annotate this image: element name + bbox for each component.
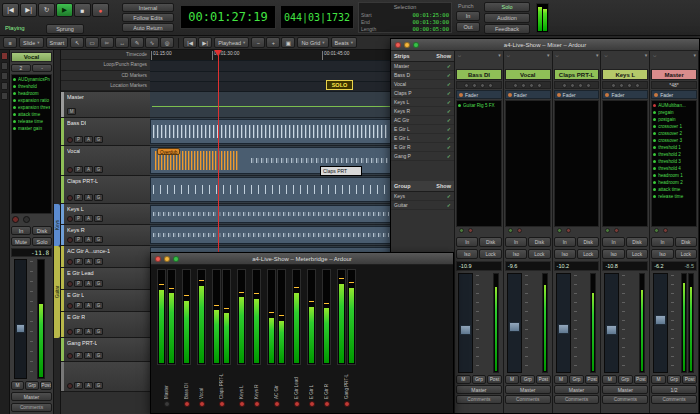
io-circle-icon[interactable] bbox=[586, 83, 591, 88]
record-arm-button[interactable] bbox=[67, 137, 73, 143]
track-p-button[interactable]: P bbox=[74, 166, 83, 173]
punch-out-button[interactable]: Out bbox=[456, 22, 480, 32]
group-list-item[interactable]: Guitar✓ bbox=[391, 201, 454, 210]
left-rail-button[interactable] bbox=[1, 82, 8, 90]
monitor-disk-button[interactable]: Disk bbox=[675, 237, 697, 247]
strip-name-button[interactable]: Bass DI bbox=[456, 69, 502, 80]
track-lane-bass-di[interactable] bbox=[150, 118, 392, 146]
stop-button[interactable]: ■ bbox=[74, 3, 91, 17]
processor-box[interactable] bbox=[602, 100, 648, 227]
strip-width-icon[interactable]: ⇔ bbox=[555, 52, 560, 59]
solo-button[interactable]: Solo bbox=[484, 2, 530, 12]
track-g-button[interactable]: G bbox=[94, 302, 103, 309]
range-tool-icon[interactable]: ▭ bbox=[85, 37, 99, 48]
punch-in-button[interactable]: In bbox=[456, 11, 480, 21]
processor-box[interactable]: Guitar Rig 5 FX bbox=[456, 100, 502, 227]
strip-name-button[interactable]: Claps PRT-L bbox=[554, 69, 600, 80]
record-enable-button[interactable] bbox=[184, 401, 190, 407]
minimize-button[interactable] bbox=[404, 42, 410, 48]
strip-hide-icon[interactable]: ▾ bbox=[645, 52, 648, 59]
plugin-param[interactable]: crossover 3 bbox=[653, 137, 695, 144]
group-button[interactable]: Grp bbox=[667, 375, 682, 384]
track-a-button[interactable]: A bbox=[84, 166, 93, 173]
audio-region[interactable] bbox=[150, 119, 392, 144]
go-start-button[interactable]: |◀ bbox=[2, 3, 19, 17]
solo-lock-button[interactable]: Lock bbox=[479, 249, 501, 259]
track-a-button[interactable]: A bbox=[84, 136, 93, 143]
strip-visible-check[interactable]: ✓ bbox=[447, 81, 451, 87]
track-g-button[interactable]: G bbox=[94, 280, 103, 287]
output-button[interactable]: Master bbox=[456, 385, 502, 394]
comments-button[interactable]: Comments bbox=[456, 395, 502, 404]
group-button[interactable]: Grp bbox=[472, 375, 487, 384]
plugin-param[interactable]: release time bbox=[13, 118, 50, 125]
zoom-button[interactable] bbox=[173, 256, 179, 262]
plugin-param[interactable]: attack time bbox=[653, 186, 695, 193]
strip-hide-icon[interactable]: ▾ bbox=[547, 52, 550, 59]
processor-box[interactable]: AUMultiban...pregainpostgaincrossover 1c… bbox=[651, 100, 697, 227]
trim-button[interactable]: - bbox=[32, 64, 52, 72]
plugin-param[interactable]: postgain bbox=[653, 116, 695, 123]
output-button[interactable]: Master bbox=[602, 385, 648, 394]
track-p-button[interactable]: P bbox=[74, 328, 83, 335]
io-circle-icon[interactable] bbox=[480, 83, 485, 88]
group-tab-guitar[interactable]: Guitar bbox=[54, 246, 60, 338]
track-a-button[interactable]: A bbox=[84, 382, 93, 389]
meter-point-button[interactable]: Fader bbox=[554, 90, 600, 99]
gain-fader[interactable] bbox=[14, 259, 27, 379]
plugin-param[interactable]: attack time bbox=[13, 111, 50, 118]
output-button[interactable]: Master bbox=[554, 385, 600, 394]
go-end-button[interactable]: ▶| bbox=[20, 3, 37, 17]
track-a-button[interactable]: A bbox=[84, 236, 93, 243]
minimize-button[interactable] bbox=[164, 256, 170, 262]
track-p-button[interactable]: P bbox=[74, 236, 83, 243]
track-a-button[interactable]: A bbox=[84, 194, 93, 201]
monitor-input-icon[interactable] bbox=[605, 228, 610, 233]
plugin-param[interactable]: pregain bbox=[653, 109, 695, 116]
ruler-area[interactable]: 01:15:0000:01:30:0000:01:45:00 bbox=[150, 50, 392, 92]
track-header-gang-prt-l[interactable]: Gang PRT-LPAG bbox=[61, 338, 150, 362]
strip-hide-icon[interactable]: ▾ bbox=[596, 52, 599, 59]
monitor-input-button[interactable]: In bbox=[651, 237, 673, 247]
strip-width-icon[interactable]: ⇔ bbox=[457, 52, 462, 59]
meter-point-button[interactable]: Fader bbox=[651, 90, 697, 99]
fader-handle[interactable] bbox=[16, 324, 25, 333]
monitor-input-button[interactable]: In bbox=[554, 237, 576, 247]
bbt-clock[interactable]: 044|03|1732 bbox=[280, 5, 354, 29]
track-p-button[interactable]: P bbox=[74, 280, 83, 287]
group-button[interactable]: Grp bbox=[520, 375, 535, 384]
track-header-ac-gtr-a-unce-1[interactable]: AC Gtr A...unce-1PAG bbox=[61, 246, 150, 268]
group-button[interactable]: Grp bbox=[25, 381, 39, 390]
track-header-master[interactable]: MasterM bbox=[61, 92, 150, 118]
record-enable-button[interactable] bbox=[254, 401, 260, 407]
track-a-button[interactable]: A bbox=[84, 215, 93, 222]
audio-region[interactable] bbox=[150, 226, 392, 244]
monitor-input-icon[interactable] bbox=[557, 228, 562, 233]
record-arm-button[interactable] bbox=[67, 195, 73, 201]
monitor-input-button[interactable]: In bbox=[505, 237, 527, 247]
track-p-button[interactable]: P bbox=[74, 136, 83, 143]
strip-list-item[interactable]: Bass D✓ bbox=[391, 71, 454, 80]
plugin-param[interactable]: crossover 1 bbox=[653, 123, 695, 130]
follow-edits-button[interactable]: Follow Edits bbox=[122, 13, 174, 22]
audition-button[interactable]: Audition bbox=[484, 13, 530, 23]
fader-handle[interactable] bbox=[460, 325, 471, 335]
track-lane-master[interactable] bbox=[150, 92, 392, 118]
strip-visible-check[interactable]: ✓ bbox=[447, 99, 451, 105]
zoom-in-icon[interactable]: + bbox=[266, 37, 280, 48]
plugin-param[interactable]: expansion thresh bbox=[13, 104, 50, 111]
monitor-input-button[interactable]: In bbox=[456, 237, 478, 247]
output-button[interactable]: Master bbox=[11, 392, 52, 401]
plugin-param[interactable]: threshold 3 bbox=[653, 158, 695, 165]
strip-name-button[interactable]: Keys L bbox=[602, 69, 648, 80]
gain-fader[interactable] bbox=[604, 273, 619, 373]
close-button[interactable] bbox=[395, 42, 401, 48]
comments-button[interactable]: Comments bbox=[602, 395, 648, 404]
gain-display[interactable]: -10.8 bbox=[602, 261, 648, 271]
record-arm-button[interactable] bbox=[67, 259, 73, 265]
loop-punch-ruler[interactable] bbox=[150, 61, 392, 72]
gain-fader[interactable] bbox=[507, 273, 522, 373]
zoom-out-icon[interactable]: − bbox=[251, 37, 265, 48]
io-circle-icon[interactable] bbox=[521, 83, 526, 88]
group-visible-check[interactable]: ✓ bbox=[447, 202, 451, 208]
